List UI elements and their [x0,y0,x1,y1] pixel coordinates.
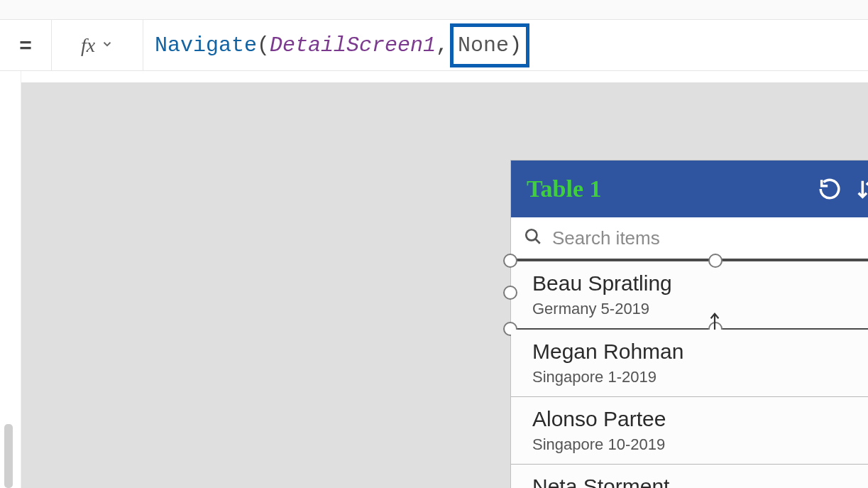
sort-icon[interactable] [855,177,868,201]
fx-label: fx [81,34,95,57]
selection-handle[interactable] [503,254,517,268]
search-placeholder: Search items [552,227,660,249]
selection-handle[interactable] [708,254,723,268]
list-item-title: Alonso Partee [532,407,868,431]
list-item-subtitle: Germany 5-2019 [532,300,868,318]
formula-highlight: None) [450,23,529,67]
canvas-area: Table 1 Search items [0,71,868,488]
design-canvas[interactable]: Table 1 Search items [21,82,868,488]
formula-token-function: Navigate [155,33,257,58]
list-item[interactable]: Alonso Partee Singapore 10-2019 [511,397,868,465]
formula-token-comma: , [436,33,449,58]
list-item-title: Megan Rohman [532,340,868,364]
formula-bar: = fx Navigate(DetailScreen1, None) [0,20,868,71]
formula-token-close-paren: ) [509,33,522,58]
app-preview: Table 1 Search items [511,161,868,488]
formula-token-open-paren: ( [257,33,270,58]
left-scrollbar-thumb[interactable] [4,424,13,488]
formula-input[interactable]: Navigate(DetailScreen1, None) [143,20,868,70]
search-icon [524,227,542,249]
gallery[interactable]: Beau Spratling Germany 5-2019 Megan Rohm… [511,260,868,488]
left-gutter [0,71,21,488]
list-item[interactable]: Beau Spratling Germany 5-2019 [511,260,868,330]
fx-dropdown[interactable]: fx [51,20,143,70]
app-header: Table 1 [511,161,868,217]
chevron-down-icon [101,38,114,53]
app-title: Table 1 [527,175,805,202]
refresh-icon[interactable] [818,177,842,201]
svg-line-3 [535,239,540,244]
list-item[interactable]: Neta Storment [511,465,868,488]
formula-token-arg2: None [458,33,509,58]
property-equals: = [0,33,51,58]
selection-handle[interactable] [503,286,517,300]
search-box[interactable]: Search items [511,217,868,260]
list-item-title: Beau Spratling [532,271,868,295]
list-item-subtitle: Singapore 10-2019 [532,435,868,454]
formula-token-arg1: DetailScreen1 [270,33,436,58]
list-item-title: Neta Storment [532,475,868,488]
svg-point-2 [526,229,537,240]
ribbon-strip [0,0,868,20]
list-item[interactable]: Megan Rohman Singapore 1-2019 [511,330,868,397]
list-item-subtitle: Singapore 1-2019 [532,368,868,386]
